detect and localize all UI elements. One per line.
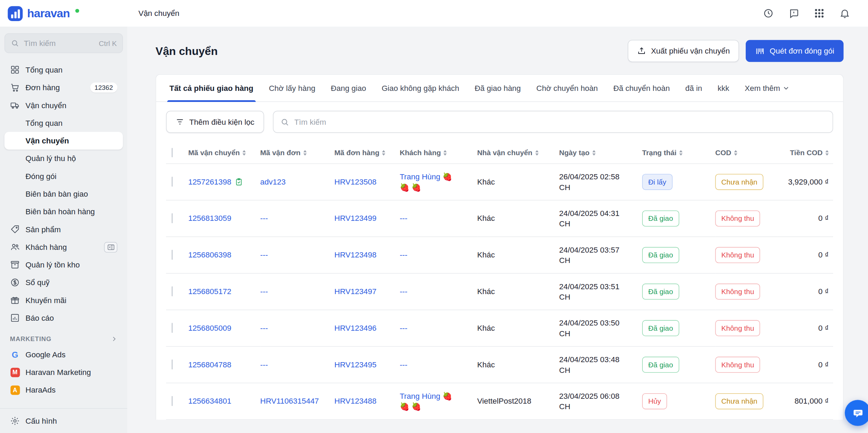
row-checkbox[interactable] [172, 213, 173, 223]
row-checkbox[interactable] [172, 286, 173, 296]
col-status[interactable]: Trạng thái [642, 142, 715, 163]
collapse-panel-button[interactable] [104, 242, 117, 252]
notifications-button[interactable] [836, 4, 853, 22]
chevron-right-icon [111, 336, 117, 342]
col-waybill[interactable]: Mã vận đơn [260, 142, 334, 163]
tab-printed[interactable]: đã in [678, 75, 710, 101]
sidebar-item-overview[interactable]: Tổng quan [4, 61, 123, 78]
export-shipments-button[interactable]: Xuất phiếu vận chuyển [628, 40, 739, 62]
waybill-link[interactable]: --- [260, 250, 268, 259]
tab-awaiting-pickup[interactable]: Chờ lấy hàng [261, 75, 323, 101]
tab-see-more[interactable]: Xem thêm [737, 75, 797, 101]
tab-kkk[interactable]: kkk [710, 75, 737, 101]
bell-icon [839, 8, 850, 19]
customer-link[interactable]: Trang Hùng 🍓 🍓 🍓 [400, 391, 462, 412]
shipment-id-link[interactable]: 1256804788 [188, 360, 231, 369]
shipment-id-link[interactable]: 1256805009 [188, 323, 231, 332]
customer-link[interactable]: --- [400, 359, 462, 370]
sidebar-subitem-cod-management[interactable]: Quản lý thu hộ [4, 150, 123, 167]
waybill-link[interactable]: --- [260, 287, 268, 296]
sidebar-subitem-shipping-overview[interactable]: Tổng quan [4, 114, 123, 132]
col-order[interactable]: Mã đơn hàng [334, 142, 400, 163]
tab-returned[interactable]: Đã chuyển hoàn [605, 75, 677, 101]
sidebar-item-inventory[interactable]: Quản lý tồn kho [4, 256, 123, 273]
order-link[interactable]: HRV123497 [334, 287, 376, 296]
waybill-link[interactable]: HRV1106315447 [260, 397, 319, 406]
sidebar-search-input[interactable] [24, 39, 94, 48]
add-filter-button[interactable]: Thêm điều kiện lọc [166, 111, 264, 133]
sidebar-subitem-shipping-shipping[interactable]: Vận chuyển [4, 132, 123, 149]
sidebar-item-shipping[interactable]: Vận chuyển [4, 96, 123, 114]
created-cell: 26/04/2025 02:58 CH [559, 171, 630, 192]
shipment-id-link[interactable]: 1256634801 [188, 397, 231, 406]
gear-icon [10, 416, 20, 426]
customer-link[interactable]: --- [400, 286, 462, 297]
waybill-link[interactable]: --- [260, 360, 268, 369]
users-icon [10, 242, 20, 252]
customer-link[interactable]: --- [400, 213, 462, 224]
sidebar-item-customers[interactable]: Khách hàng [4, 238, 123, 256]
shipment-id-link[interactable]: 1257261398 [188, 177, 231, 187]
order-link[interactable]: HRV123488 [334, 397, 376, 406]
customer-link[interactable]: --- [400, 250, 462, 260]
shipment-id-link[interactable]: 1256806398 [188, 250, 231, 259]
history-button[interactable] [760, 4, 777, 22]
order-link[interactable]: HRV123495 [334, 360, 376, 369]
row-checkbox[interactable] [172, 177, 173, 187]
sidebar-subitem-handover[interactable]: Biên bản bàn giao [4, 185, 123, 203]
row-checkbox[interactable] [172, 250, 173, 260]
feedback-button[interactable] [785, 4, 803, 22]
col-shipment-id[interactable]: Mã vận chuyển [188, 142, 260, 163]
page-header: Vận chuyển Xuất phiếu vận chuyển Quét đơ… [155, 40, 843, 62]
waybill-link[interactable]: --- [260, 323, 268, 332]
sidebar-item-products[interactable]: Sản phẩm [4, 220, 123, 238]
sidebar-item-orders[interactable]: Đơn hàng 12362 [4, 79, 123, 96]
order-link[interactable]: HRV123498 [334, 250, 376, 259]
marketing-section[interactable]: MARKETING [10, 336, 117, 342]
order-link[interactable]: HRV123496 [334, 323, 376, 332]
col-cod[interactable]: COD [715, 142, 778, 163]
col-customer[interactable]: Khách hàng [400, 142, 477, 163]
table-row: 1257261398 adv123 HRV123508 Trang Hùng 🍓… [166, 164, 833, 200]
sidebar-item-settings[interactable]: Cấu hình [4, 412, 123, 430]
sidebar-subitem-packing[interactable]: Đóng gói [4, 167, 123, 185]
tab-delivering[interactable]: Đang giao [323, 75, 374, 101]
tab-delivered[interactable]: Đã giao hàng [467, 75, 528, 101]
sidebar-item-reports[interactable]: Báo cáo [4, 309, 123, 327]
customer-link[interactable]: Trang Hùng 🍓 🍓 🍓 [400, 171, 462, 192]
col-created[interactable]: Ngày tạo [559, 142, 642, 163]
sidebar-item-cashbook[interactable]: Sổ quỹ [4, 274, 123, 291]
tab-all-shipments[interactable]: Tất cả phiếu giao hàng [162, 75, 261, 101]
sidebar-item-google-ads[interactable]: G Google Ads [4, 346, 123, 363]
sidebar-item-haraads[interactable]: A HaraAds [4, 381, 123, 399]
row-checkbox[interactable] [172, 359, 173, 369]
order-link[interactable]: HRV123499 [334, 214, 376, 223]
carrier-cell: Khác [477, 200, 559, 237]
waybill-link[interactable]: adv123 [260, 177, 286, 186]
apps-button[interactable] [810, 4, 828, 22]
sidebar-search[interactable]: Ctrl K [4, 33, 123, 53]
scan-packing-button[interactable]: Quét đơn đóng gói [746, 40, 843, 62]
select-all-checkbox[interactable] [172, 148, 173, 157]
table-search-input[interactable] [294, 117, 826, 126]
shipment-id-link[interactable]: 1256805172 [188, 287, 231, 296]
customer-link[interactable]: --- [400, 323, 462, 333]
row-checkbox[interactable] [172, 396, 173, 406]
tab-awaiting-return[interactable]: Chờ chuyển hoàn [528, 75, 605, 101]
sidebar-item-haravan-marketing[interactable]: M Haravan Marketing [4, 363, 123, 381]
haravan-logo[interactable]: haravan [0, 6, 127, 21]
sort-icon [382, 150, 386, 156]
col-cod-amount[interactable]: Tiền COD [777, 142, 833, 163]
cart-icon [10, 83, 20, 93]
sidebar-subitem-returns[interactable]: Biên bản hoàn hàng [4, 203, 123, 220]
tab-failed-delivery[interactable]: Giao không gặp khách [374, 75, 467, 101]
waybill-link[interactable]: --- [260, 214, 268, 223]
shipment-id-link[interactable]: 1256813059 [188, 214, 231, 223]
col-carrier[interactable]: Nhà vận chuyển [477, 142, 559, 163]
chat-widget-button[interactable] [845, 400, 868, 426]
sidebar-item-promotions[interactable]: Khuyến mãi [4, 291, 123, 309]
row-checkbox[interactable] [172, 323, 173, 333]
table-search[interactable] [273, 111, 833, 133]
order-link[interactable]: HRV123508 [334, 177, 376, 186]
sort-icon [443, 150, 447, 156]
